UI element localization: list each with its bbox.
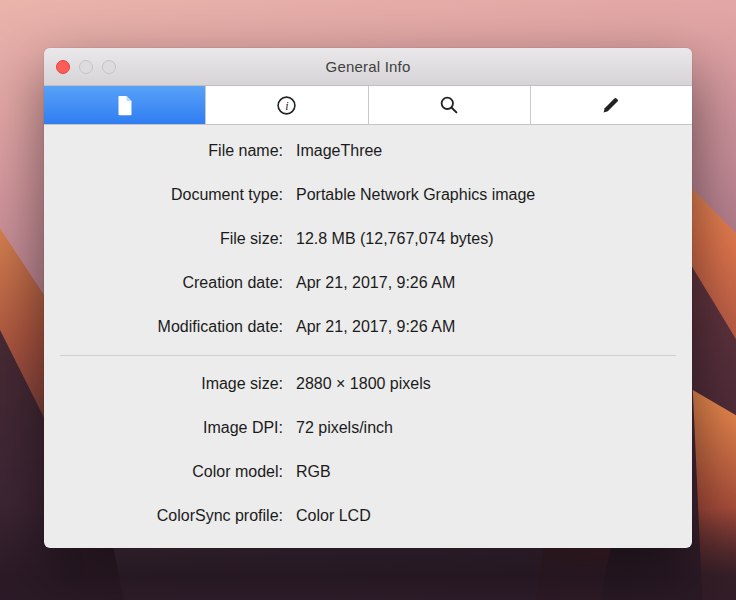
- field-label: ColorSync profile:: [44, 507, 283, 525]
- info-row: Image DPI: 72 pixels/inch: [44, 406, 692, 450]
- tab-search[interactable]: [369, 86, 531, 124]
- tab-edit[interactable]: [531, 86, 692, 124]
- svg-text:i: i: [286, 99, 289, 113]
- field-value: RGB: [296, 463, 331, 481]
- field-value: 72 pixels/inch: [296, 419, 393, 437]
- document-icon: [116, 95, 133, 116]
- info-row: Color model: RGB: [44, 450, 692, 494]
- field-value: ImageThree: [296, 142, 382, 160]
- field-label: Document type:: [44, 186, 283, 204]
- info-row: Modification date: Apr 21, 2017, 9:26 AM: [44, 305, 692, 349]
- field-label: Color model:: [44, 463, 283, 481]
- info-row: Document type: Portable Network Graphics…: [44, 173, 692, 217]
- field-value: 2880 × 1800 pixels: [296, 375, 431, 393]
- zoom-button[interactable]: [102, 60, 116, 74]
- field-label: Creation date:: [44, 274, 283, 292]
- info-panel: File name: ImageThree Document type: Por…: [44, 125, 692, 538]
- field-value: Apr 21, 2017, 9:26 AM: [296, 318, 455, 336]
- field-value: Portable Network Graphics image: [296, 186, 535, 204]
- title-bar[interactable]: General Info: [44, 48, 692, 86]
- minimize-button[interactable]: [79, 60, 93, 74]
- tab-info[interactable]: i: [206, 86, 368, 124]
- section-divider: [60, 355, 676, 356]
- field-label: File size:: [44, 230, 283, 248]
- info-row: ColorSync profile: Color LCD: [44, 494, 692, 538]
- field-value: 12.8 MB (12,767,074 bytes): [296, 230, 493, 248]
- field-value: Color LCD: [296, 507, 371, 525]
- field-label: Modification date:: [44, 318, 283, 336]
- search-icon: [439, 95, 459, 115]
- pencil-icon: [601, 95, 621, 115]
- info-icon: i: [276, 95, 297, 116]
- field-label: Image DPI:: [44, 419, 283, 437]
- field-value: Apr 21, 2017, 9:26 AM: [296, 274, 455, 292]
- info-row: File size: 12.8 MB (12,767,074 bytes): [44, 217, 692, 261]
- info-row: Image size: 2880 × 1800 pixels: [44, 362, 692, 406]
- field-label: File name:: [44, 142, 283, 160]
- tab-general[interactable]: [44, 86, 206, 124]
- window-title: General Info: [326, 58, 411, 75]
- general-info-window: General Info i Fi: [44, 48, 692, 548]
- info-row: Creation date: Apr 21, 2017, 9:26 AM: [44, 261, 692, 305]
- field-label: Image size:: [44, 375, 283, 393]
- close-button[interactable]: [56, 60, 70, 74]
- tab-bar: i: [44, 86, 692, 125]
- info-row: File name: ImageThree: [44, 129, 692, 173]
- traffic-lights: [56, 48, 116, 85]
